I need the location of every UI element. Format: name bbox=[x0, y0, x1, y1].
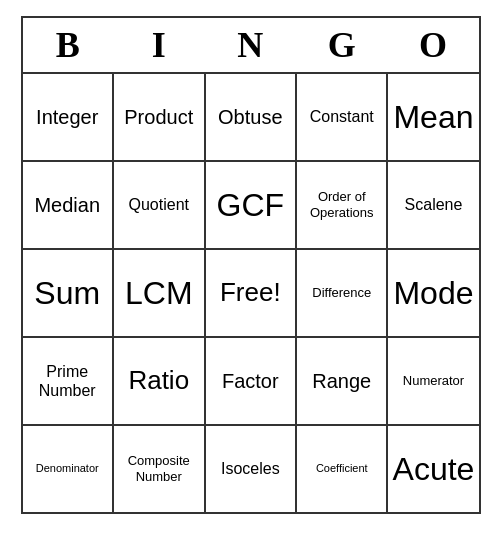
bingo-grid: BINGO IntegerProductObtuseConstantMeanMe… bbox=[21, 16, 481, 514]
cell-r3-c3: Range bbox=[296, 337, 387, 425]
bingo-header bbox=[21, 0, 481, 16]
cell-text: Constant bbox=[301, 78, 382, 156]
bingo-letter-n: N bbox=[205, 17, 297, 73]
cell-text: Composite Number bbox=[118, 430, 200, 508]
cell-text: Scalene bbox=[392, 166, 474, 244]
cell-r1-c4: Scalene bbox=[387, 161, 479, 249]
cell-text: Mean bbox=[392, 78, 474, 156]
bingo-letter-o: O bbox=[387, 17, 479, 73]
cell-r0-c1: Product bbox=[113, 73, 205, 161]
cell-text: Median bbox=[27, 166, 108, 244]
cell-r2-c3: Difference bbox=[296, 249, 387, 337]
cell-text: Prime Number bbox=[27, 342, 108, 420]
cell-text: Range bbox=[301, 342, 382, 420]
cell-r4-c2: Isoceles bbox=[205, 425, 297, 513]
cell-r0-c3: Constant bbox=[296, 73, 387, 161]
cell-text: LCM bbox=[118, 254, 200, 332]
cell-r4-c4: Acute bbox=[387, 425, 479, 513]
cell-r1-c0: Median bbox=[22, 161, 113, 249]
cell-r3-c4: Numerator bbox=[387, 337, 479, 425]
cell-r1-c2: GCF bbox=[205, 161, 297, 249]
cell-text: Obtuse bbox=[210, 78, 292, 156]
cell-text: Quotient bbox=[118, 166, 200, 244]
cell-r0-c0: Integer bbox=[22, 73, 113, 161]
cell-text: Integer bbox=[27, 78, 108, 156]
cell-text: Coefficient bbox=[301, 430, 382, 508]
cell-r3-c0: Prime Number bbox=[22, 337, 113, 425]
cell-r2-c0: Sum bbox=[22, 249, 113, 337]
cell-text: Free! bbox=[210, 254, 292, 332]
cell-text: Product bbox=[118, 78, 200, 156]
cell-r3-c1: Ratio bbox=[113, 337, 205, 425]
cell-text: Factor bbox=[210, 342, 292, 420]
cell-text: Difference bbox=[301, 254, 382, 332]
cell-text: Ratio bbox=[118, 342, 200, 420]
cell-r4-c1: Composite Number bbox=[113, 425, 205, 513]
cell-r4-c3: Coefficient bbox=[296, 425, 387, 513]
cell-text: Mode bbox=[392, 254, 474, 332]
cell-text: Acute bbox=[392, 430, 474, 508]
cell-text: Isoceles bbox=[210, 430, 292, 508]
cell-r3-c2: Factor bbox=[205, 337, 297, 425]
cell-r2-c1: LCM bbox=[113, 249, 205, 337]
cell-r0-c2: Obtuse bbox=[205, 73, 297, 161]
cell-text: GCF bbox=[210, 166, 292, 244]
cell-r1-c1: Quotient bbox=[113, 161, 205, 249]
cell-r0-c4: Mean bbox=[387, 73, 479, 161]
bingo-letter-b: B bbox=[22, 17, 113, 73]
cell-text: Order of Operations bbox=[301, 166, 382, 244]
bingo-letter-g: G bbox=[296, 17, 387, 73]
cell-text: Sum bbox=[27, 254, 108, 332]
cell-r1-c3: Order of Operations bbox=[296, 161, 387, 249]
bingo-letter-i: I bbox=[113, 17, 205, 73]
cell-r2-c4: Mode bbox=[387, 249, 479, 337]
cell-r2-c2: Free! bbox=[205, 249, 297, 337]
cell-text: Numerator bbox=[392, 342, 474, 420]
cell-r4-c0: Denominator bbox=[22, 425, 113, 513]
cell-text: Denominator bbox=[27, 430, 108, 508]
